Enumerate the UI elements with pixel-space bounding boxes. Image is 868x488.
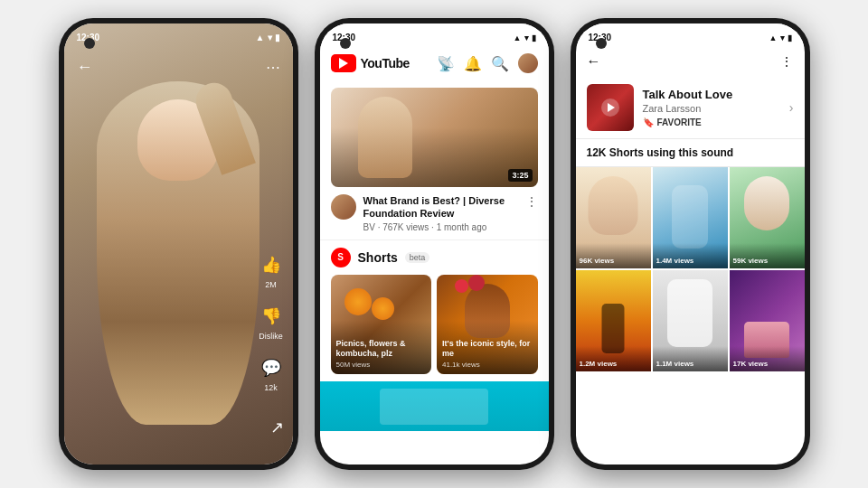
skater-shape — [672, 185, 708, 249]
channel-name: BV — [363, 222, 375, 232]
video-thumbnail[interactable]: 3:25 — [331, 88, 538, 187]
comment-count: 12k — [264, 383, 278, 392]
short-views-1: 50M views — [336, 361, 427, 369]
sv-card-1[interactable]: 96K views — [576, 167, 651, 268]
dislike-label: Dislike — [259, 332, 283, 341]
short-overlay-2: It's the iconic style, for me 41.1k view… — [437, 321, 538, 374]
like-button[interactable]: 👍 2M — [259, 252, 284, 289]
bottom-preview[interactable] — [320, 381, 549, 431]
youtube-logo: YouTube — [331, 54, 410, 72]
more-button[interactable]: ⋯ — [266, 59, 280, 76]
play-triangle — [339, 58, 348, 69]
thumbs-up-icon: 👍 — [259, 252, 284, 277]
track-title: Talk About Love — [643, 88, 780, 101]
track-card: Talk About Love Zara Larsson 🔖 FAVORITE … — [576, 77, 805, 139]
video-info: What Brand is Best? | Diverse Foundation… — [363, 194, 518, 232]
shorts-logo: S — [331, 248, 351, 267]
status-bar-3: 12:30 ▲ ▾ ▮ — [576, 23, 805, 46]
sv-views-6: 17K views — [733, 360, 801, 368]
video-meta: What Brand is Best? | Diverse Foundation… — [331, 194, 538, 232]
shorts-section: S Shorts beta Picnics, flowers & kombuch… — [320, 240, 549, 381]
phone-2: 12:30 ▲ ▾ ▮ YouTube 📡 🔔 🔍 — [315, 18, 554, 470]
sv-overlay-2: 1.4M views — [653, 243, 728, 268]
back-button[interactable]: ← — [77, 58, 93, 77]
short-overlay-1: Picnics, flowers & kombucha, plz 50M vie… — [331, 321, 432, 374]
short-title-1: Picnics, flowers & kombucha, plz — [336, 339, 427, 359]
bookmark-icon: 🔖 — [643, 117, 654, 127]
track-info: Talk About Love Zara Larsson 🔖 FAVORITE — [643, 88, 780, 127]
header-icons: 📡 🔔 🔍 — [437, 53, 538, 73]
favorite-button[interactable]: 🔖 FAVORITE — [643, 117, 780, 127]
short-card-2[interactable]: It's the iconic style, for me 41.1k view… — [437, 275, 538, 374]
video-person — [64, 23, 293, 465]
flower-2 — [468, 275, 485, 291]
youtube-logo-icon — [331, 54, 356, 72]
shorts-grid: Picnics, flowers & kombucha, plz 50M vie… — [331, 275, 538, 374]
thumbs-down-icon: 👎 — [259, 304, 284, 329]
sv-card-4[interactable]: 1.2M views — [576, 270, 651, 371]
sv-overlay-1: 96K views — [576, 243, 651, 268]
youtube-logo-text: YouTube — [361, 56, 410, 70]
signal-icon-2: ▲ — [514, 33, 522, 42]
video-meta-sub: BV · 767K views · 1 month ago — [363, 222, 518, 232]
thumb-person — [358, 97, 412, 178]
shorts-title: Shorts — [358, 250, 398, 265]
chevron-right-icon: › — [789, 100, 794, 115]
dislike-button[interactable]: 👎 Dislike — [259, 304, 284, 341]
video-duration: 3:25 — [508, 169, 532, 182]
status-icons-3: ▲ ▾ ▮ — [769, 33, 792, 42]
sv-overlay-3: 59K views — [730, 243, 805, 268]
cast-icon[interactable]: 📡 — [437, 55, 455, 72]
video-more-button[interactable]: ⋮ — [525, 194, 538, 209]
phone-3: 12:30 ▲ ▾ ▮ ← ⋮ Talk About Love Zara Lar… — [571, 18, 810, 470]
shorts-header: S Shorts beta — [331, 248, 538, 267]
face-1 — [589, 176, 638, 235]
sv-card-5[interactable]: 1.1M views — [653, 270, 728, 371]
status-bar-2: 12:30 ▲ ▾ ▮ — [320, 23, 549, 46]
back-button-3[interactable]: ← — [587, 53, 601, 70]
battery-icon-2: ▮ — [532, 33, 536, 42]
shorts-using-sound: 12K Shorts using this sound — [576, 139, 805, 167]
sv-overlay-4: 1.2M views — [576, 346, 651, 371]
sv-card-3[interactable]: 59K views — [730, 167, 805, 268]
action-buttons: 👍 2M 👎 Dislike 💬 12k — [259, 252, 284, 392]
person-body — [97, 81, 259, 425]
notification-icon[interactable]: 🔔 — [464, 55, 482, 72]
sv-views-5: 1.1M views — [656, 360, 724, 368]
channel-avatar[interactable] — [331, 194, 356, 220]
track-thumbnail — [587, 84, 634, 131]
short-card-1[interactable]: Picnics, flowers & kombucha, plz 50M vie… — [331, 275, 432, 374]
wifi-icon-3: ▾ — [780, 33, 785, 42]
avatar[interactable] — [518, 53, 538, 73]
play-icon — [608, 103, 615, 112]
face-3 — [744, 176, 789, 230]
video-header: ← ⋯ — [64, 23, 293, 84]
phone-1: 12:30 ▲ ▾ ▮ ← ⋯ 👍 2M 👎 Dislike 💬 1 — [59, 18, 298, 470]
sv-card-6[interactable]: 17K views — [730, 270, 805, 371]
fruit-1 — [344, 288, 372, 315]
play-button[interactable] — [601, 99, 619, 117]
comment-button[interactable]: 💬 12k — [259, 355, 284, 392]
video-card: 3:25 What Brand is Best? | Diverse Found… — [320, 80, 549, 240]
share-button[interactable]: ↗ — [270, 418, 284, 437]
favorite-label: FAVORITE — [657, 117, 702, 127]
sv-views-3: 59K views — [733, 257, 801, 265]
search-icon[interactable]: 🔍 — [491, 55, 509, 72]
wifi-icon-2: ▾ — [524, 33, 529, 42]
fruit-2 — [372, 297, 394, 320]
video-title[interactable]: What Brand is Best? | Diverse Foundation… — [363, 194, 518, 221]
sv-views-1: 96K views — [580, 257, 647, 265]
shorts-video-grid: 96K views 1.4M views 59K views — [576, 167, 805, 371]
phone-camera-2 — [340, 38, 351, 49]
detail-header: ← ⋮ — [576, 46, 805, 77]
sv-overlay-6: 17K views — [730, 346, 805, 371]
more-button-3[interactable]: ⋮ — [780, 54, 794, 69]
youtube-header: YouTube 📡 🔔 🔍 — [320, 46, 549, 80]
sv-card-2[interactable]: 1.4M views — [653, 167, 728, 268]
status-icons-2: ▲ ▾ ▮ — [514, 33, 536, 42]
views: 767K views — [382, 222, 429, 232]
track-artist: Zara Larsson — [643, 103, 780, 114]
comment-icon: 💬 — [259, 355, 284, 380]
battery-icon-3: ▮ — [788, 33, 792, 42]
sv-views-2: 1.4M views — [656, 257, 724, 265]
